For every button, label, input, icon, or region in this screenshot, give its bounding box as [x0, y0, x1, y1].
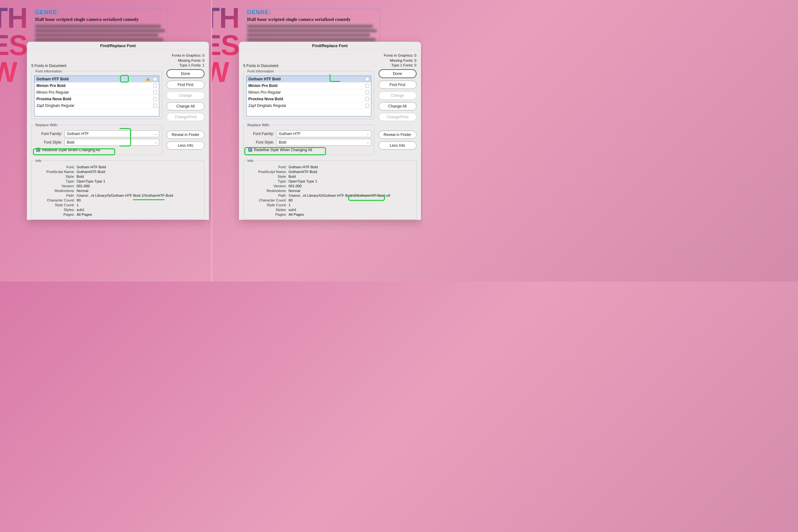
font-row-gotham-htf-bold[interactable]: Gotham HTF Bold a	[35, 76, 159, 82]
font-family-select[interactable]: Gotham HTF ⌄	[277, 130, 371, 137]
info-key-font: Font:	[35, 165, 77, 169]
info-legend: Info	[34, 159, 43, 163]
chevron-down-icon: ⌄	[155, 132, 157, 135]
change-all-button[interactable]: Change All	[166, 102, 204, 110]
replace-with-group: Replace With: Font Family: Gotham HTF ⌄ …	[243, 123, 374, 155]
font-row-proxima-nova-bold[interactable]: Proxima Nova Bold	[35, 96, 159, 102]
genre-heading: GENRE:	[247, 9, 380, 16]
font-row-zapf-dingbats[interactable]: Zapf Dingbats Regular	[35, 102, 159, 109]
redefine-style-label: Redefine Style When Changing All	[254, 148, 312, 152]
font-row-checkbox[interactable]	[365, 97, 369, 101]
font-row-zapf-dingbats[interactable]: Zapf Dingbats Regular	[247, 102, 371, 109]
genre-heading: GENRE:	[35, 9, 167, 16]
font-row-minion-pro-regular[interactable]: Minion Pro Regular	[35, 89, 159, 96]
replace-with-group: Replace With: Font Family: Gotham HTF ⌄ …	[31, 123, 162, 155]
fonts-in-document-summary: 5 Fonts in Document	[31, 63, 67, 68]
font-information-group: Font Information Gotham HTF Bold a	[31, 69, 162, 119]
redefine-style-checkbox[interactable]	[248, 148, 252, 152]
reveal-in-finder-button[interactable]: Reveal in Finder	[379, 131, 417, 139]
font-row-checkbox[interactable]	[153, 104, 157, 108]
font-row-checkbox[interactable]	[153, 91, 157, 94]
genre-body: Half hour scripted single camera seriali…	[247, 17, 380, 22]
font-information-legend: Font Information	[34, 69, 63, 73]
info-group: Info Font:Gotham HTF Bold PostScript Nam…	[243, 159, 417, 220]
font-row-checkbox[interactable]	[365, 77, 369, 81]
done-button[interactable]: Done	[379, 69, 417, 78]
font-row-minion-pro-bold[interactable]: Minion Pro Bold	[35, 82, 159, 89]
redefine-style-checkbox[interactable]	[36, 148, 40, 152]
stat-type1: Type 1 Fonts: 1	[172, 63, 204, 68]
font-row-minion-pro-regular[interactable]: Minion Pro Regular	[247, 89, 371, 96]
font-row-checkbox[interactable]	[153, 84, 157, 88]
dialog-title: Find/Replace Font	[27, 42, 209, 50]
font-family-select[interactable]: Gotham HTF ⌄	[65, 130, 159, 137]
left-pane: TH ES W GENRE: Half hour scripted single…	[0, 0, 212, 282]
stat-graphics: Fonts in Graphics: 0	[172, 53, 204, 58]
dialog-title: Find/Replace Font	[239, 42, 421, 50]
redefine-style-checkbox-row[interactable]: Redefine Style When Changing All	[36, 148, 159, 152]
replace-with-legend: Replace With:	[34, 123, 59, 127]
stat-graphics: Fonts in Graphics: 0	[384, 53, 417, 58]
font-row-proxima-nova-bold[interactable]: Proxima Nova Bold	[247, 96, 371, 102]
font-row-checkbox[interactable]	[153, 97, 157, 101]
genre-body: Half hour scripted single camera seriali…	[35, 17, 167, 22]
chevron-down-icon: ⌄	[366, 132, 369, 135]
change-button[interactable]: Change	[166, 91, 204, 100]
font-style-label: Font Style:	[34, 140, 62, 145]
font-information-legend: Font Information	[246, 69, 275, 73]
less-info-button[interactable]: Less Info	[166, 141, 204, 150]
font-family-label: Font Family:	[34, 132, 62, 136]
redefine-style-label: Redefine Style When Changing All	[42, 148, 100, 152]
font-stats: Fonts in Graphics: 0 Missing Fonts: 0 Ty…	[172, 53, 204, 68]
font-stats: Fonts in Graphics: 0 Missing Fonts: 0 Ty…	[384, 53, 417, 68]
right-pane: TH ES W GENRE: Half hour scripted single…	[212, 0, 423, 282]
replace-with-legend: Replace With:	[246, 123, 272, 127]
info-legend: Info	[246, 159, 255, 163]
redefine-style-checkbox-row[interactable]: Redefine Style When Changing All	[248, 148, 371, 152]
change-find-button[interactable]: Change/Find	[166, 113, 204, 121]
find-replace-font-dialog: Find/Replace Font 5 Fonts in Document Fo…	[239, 42, 421, 220]
find-replace-font-dialog: Find/Replace Font 5 Fonts in Document Fo…	[27, 42, 209, 220]
font-list[interactable]: Gotham HTF Bold a Minion	[34, 76, 159, 116]
font-row-checkbox[interactable]	[365, 91, 369, 94]
change-button[interactable]: Change	[379, 91, 417, 100]
change-all-button[interactable]: Change All	[379, 102, 417, 110]
find-first-button[interactable]: Find First	[379, 81, 417, 89]
font-style-label: Font Style:	[246, 140, 274, 145]
font-row-checkbox[interactable]	[365, 104, 369, 108]
font-row-minion-pro-bold[interactable]: Minion Pro Bold	[247, 82, 371, 89]
font-style-select[interactable]: Bold ⌄	[65, 139, 159, 146]
chevron-down-icon: ⌄	[366, 140, 369, 144]
reveal-in-finder-button[interactable]: Reveal in Finder	[166, 131, 204, 139]
info-group: Info Font:Gotham HTF Bold PostScript Nam…	[31, 159, 204, 220]
font-row-gotham-htf-bold[interactable]: Gotham HTF Bold	[247, 76, 371, 82]
fonts-in-document-summary: 5 Fonts in Document	[243, 63, 278, 68]
font-list[interactable]: Gotham HTF Bold Minion Pro Bold Minion P…	[246, 76, 371, 116]
find-first-button[interactable]: Find First	[166, 81, 204, 89]
font-row-checkbox[interactable]	[153, 77, 157, 81]
stat-missing: Missing Fonts: 0	[384, 58, 417, 63]
change-find-button[interactable]: Change/Find	[379, 113, 417, 121]
type1-warning-icon: a	[146, 77, 150, 81]
stat-type1: Type 1 Fonts: 0	[384, 63, 417, 68]
done-button[interactable]: Done	[166, 69, 204, 78]
background-display-text: TH ES W	[212, 5, 239, 86]
less-info-button[interactable]: Less Info	[379, 141, 417, 150]
font-style-select[interactable]: Bold ⌄	[277, 139, 371, 146]
stat-missing: Missing Fonts: 0	[172, 58, 204, 63]
font-information-group: Font Information Gotham HTF Bold Minion …	[243, 69, 374, 119]
svg-text:a: a	[147, 78, 149, 81]
font-row-checkbox[interactable]	[365, 84, 369, 88]
chevron-down-icon: ⌄	[155, 140, 157, 144]
font-family-label: Font Family:	[246, 132, 274, 136]
background-display-text: TH ES W	[0, 5, 27, 86]
